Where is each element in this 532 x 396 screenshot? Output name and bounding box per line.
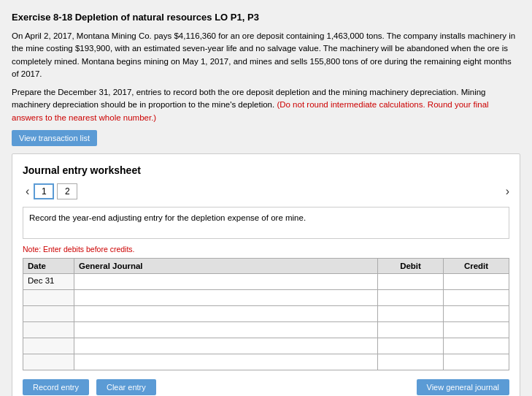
col-header-credit: Credit [444,258,509,273]
record-entry-button[interactable]: Record entry [23,379,89,395]
journal-cell[interactable] [74,289,378,305]
credit-cell[interactable] [444,354,509,370]
credit-cell[interactable] [444,273,509,289]
description-1: On April 2, 2017, Montana Mining Co. pay… [12,30,520,80]
clear-entry-button[interactable]: Clear entry [96,379,156,395]
table-row [23,321,509,338]
table-row [23,289,509,305]
date-cell [23,338,74,354]
worksheet-title: Journal entry worksheet [23,164,509,176]
credit-cell[interactable] [444,321,509,338]
col-header-debit: Debit [378,258,444,273]
note-text: Note: Enter debits before credits. [23,245,509,254]
debit-cell[interactable] [378,338,444,354]
nav-page-1[interactable]: 1 [34,183,54,199]
credit-cell[interactable] [444,338,509,354]
nav-page-2[interactable]: 2 [57,183,77,199]
table-row [23,338,509,354]
page-title: Exercise 8-18 Depletion of natural resou… [12,12,520,23]
debit-cell[interactable] [378,273,444,289]
journal-cell[interactable] [74,354,378,370]
view-general-journal-button[interactable]: View general journal [417,379,509,395]
col-header-date: Date [23,258,74,273]
nav-next-button[interactable]: › [506,185,509,198]
date-cell [23,289,74,305]
credit-cell[interactable] [444,289,509,305]
table-row [23,305,509,321]
journal-entry-worksheet: Journal entry worksheet ‹ 1 2 › Record t… [12,153,520,396]
journal-cell[interactable] [74,305,378,321]
page-content: Exercise 8-18 Depletion of natural resou… [12,12,520,396]
date-cell [23,354,74,370]
date-cell [23,305,74,321]
date-cell: Dec 31 [23,273,74,289]
nav-prev-button[interactable]: ‹ [23,185,32,198]
journal-cell[interactable] [74,338,378,354]
nav-row: ‹ 1 2 › [23,183,509,199]
table-row: Dec 31 [23,273,509,289]
credit-cell[interactable] [444,305,509,321]
description-2: Prepare the December 31, 2017, entries t… [12,86,520,124]
table-row [23,354,509,370]
journal-cell[interactable] [74,273,378,289]
journal-table: Date General Journal Debit Credit Dec 31 [23,258,509,370]
date-cell [23,321,74,338]
instruction-box: Record the year-end adjusting entry for … [23,207,509,239]
debit-cell[interactable] [378,289,444,305]
col-header-journal: General Journal [74,258,378,273]
action-buttons-row: Record entry Clear entry View general jo… [23,379,509,395]
journal-cell[interactable] [74,321,378,338]
view-transaction-list-button[interactable]: View transaction list [12,130,97,146]
debit-cell[interactable] [378,305,444,321]
debit-cell[interactable] [378,354,444,370]
debit-cell[interactable] [378,321,444,338]
